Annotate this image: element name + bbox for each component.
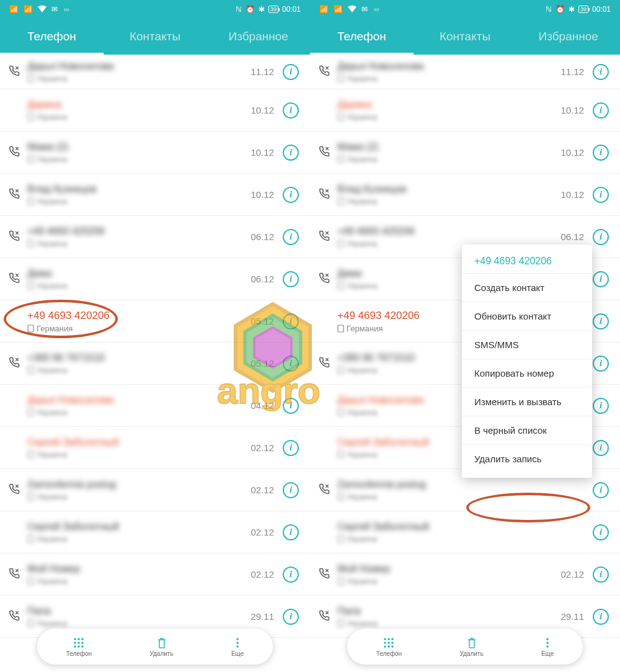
info-button[interactable]: i [283,482,299,498]
signal2-icon: 📶 [24,5,33,14]
call-item[interactable]: Дарья Новоселова Украина04.12i [0,385,310,427]
wifi-icon [348,5,356,14]
call-item[interactable]: +49 4693 420206 Украина06.12i [0,216,310,258]
call-item[interactable]: Zamovlennia poslug Украина02.12i [0,469,310,511]
call-date: 11.12 [250,66,274,77]
tab-phone[interactable]: Телефон [0,20,104,53]
svg-rect-16 [28,578,33,585]
battery-icon: 39 [578,6,588,13]
call-item[interactable]: Дарья Новоселова Украина11.12i [310,55,620,89]
info-button[interactable]: i [283,398,299,414]
svg-point-19 [78,638,81,640]
bluetooth-icon: ✱ [569,5,575,14]
call-list[interactable]: Дарья Новоселова Украина11.12iДарина Укр… [0,55,310,638]
info-button[interactable]: i [593,145,609,161]
info-button[interactable]: i [283,145,299,161]
call-type-icon [9,357,22,370]
call-item[interactable]: Сергей Заболотный Украина02.12i [0,427,310,469]
call-sub: Украина [337,576,560,586]
more-button[interactable]: Еще [231,637,244,657]
menu-sms-mms[interactable]: SMS/MMS [462,330,592,359]
info-button[interactable]: i [593,524,609,540]
info-button[interactable]: i [593,271,609,287]
tab-contacts[interactable]: Контакты [414,20,517,53]
menu-update-contact[interactable]: Обновить контакт [462,302,592,330]
menu-delete-record[interactable]: Удалить запись [462,444,592,473]
call-item[interactable]: +380 96 7671510 Украина05.12i [0,343,310,385]
call-info: Сергей Заболотный Украина [27,521,250,544]
tab-phone[interactable]: Телефон [310,20,414,53]
tab-favorites[interactable]: Избранное [206,20,310,53]
info-button[interactable]: i [593,64,609,80]
info-button[interactable]: i [593,482,609,498]
call-info: Сергей Заболотный Украина [337,521,584,544]
info-button[interactable]: i [283,64,299,80]
call-item[interactable]: Дарина Украина10.12i [310,89,620,132]
dialpad-button[interactable]: Телефон [376,637,402,657]
call-item[interactable]: Мой Номер Украина02.12i [310,553,620,596]
call-item[interactable]: Влад Кузнецов Украина10.12i [0,174,310,216]
call-item[interactable]: Влад Кузнецов Украина10.12i [310,174,620,216]
sim-icon: ▭ [373,5,380,14]
svg-rect-35 [338,282,343,289]
info-button[interactable]: i [593,398,609,414]
tab-contacts[interactable]: Контакты [104,20,207,53]
svg-point-55 [546,645,549,648]
bottom-bar: Телефон Удалить Еще [347,629,583,665]
call-item[interactable]: Сергей Заболотный Украина02.12i [0,511,310,553]
info-button[interactable]: i [283,440,299,456]
trash-icon [156,637,168,649]
info-button[interactable]: i [283,102,299,119]
call-info: Папа Украина [27,606,250,628]
call-item[interactable]: Сергей Заболотный Украинаi [310,511,620,553]
call-item[interactable]: Мама (2) Украина10.12i [310,132,620,174]
call-sub: Украина [27,619,250,628]
call-name: Дима [27,268,250,279]
menu-copy-number[interactable]: Копировать номер [462,359,592,387]
svg-rect-37 [338,367,343,374]
info-button[interactable]: i [593,567,609,583]
call-item[interactable]: Дарина Украина10.12i [0,89,310,132]
menu-edit-call[interactable]: Изменить и вызвать [462,387,592,416]
info-button[interactable]: i [283,609,299,625]
tab-bar: Телефон Контакты Избранное [310,19,620,55]
call-info: +49 4693 420206 Германия [27,310,250,333]
call-item[interactable]: Дима Украина06.12i [0,258,310,300]
menu-create-contact[interactable]: Создать контакт [462,273,592,302]
call-item[interactable]: Дарья Новоселова Украина11.12i [0,55,310,89]
info-button[interactable]: i [593,102,609,119]
call-name: Zamovlennia poslug [27,479,250,490]
call-item[interactable]: Мама (2) Украина10.12i [0,132,310,174]
status-bar: 📶 📶 ✉ ▭ ℕ ⏰ ✱ 39 00:01 [0,0,310,19]
delete-button[interactable]: Удалить [459,637,483,657]
info-button[interactable]: i [593,440,609,456]
svg-rect-31 [338,114,343,120]
tab-favorites[interactable]: Избранное [516,20,620,53]
info-button[interactable]: i [283,524,299,540]
call-item[interactable]: Мой Номер Украина02.12i [0,553,310,596]
info-button[interactable]: i [593,229,609,245]
call-sub: Украина [27,576,250,586]
info-button[interactable]: i [593,609,609,625]
more-button[interactable]: Еще [541,637,554,657]
info-button[interactable]: i [593,356,609,372]
call-name: Мама (2) [337,141,560,153]
dialpad-icon [383,637,395,649]
sim-icon: ▭ [63,5,70,14]
info-button[interactable]: i [283,567,299,583]
info-button[interactable]: i [593,187,609,203]
menu-blacklist[interactable]: В черный список [462,416,592,444]
info-button[interactable]: i [283,356,299,372]
info-button[interactable]: i [593,313,609,329]
alarm-icon: ⏰ [246,5,255,14]
call-item[interactable]: +49 4693 420206 Германия05.12i [0,300,310,343]
dialpad-button[interactable]: Телефон [66,637,92,657]
info-button[interactable]: i [283,313,299,329]
call-type-icon [9,568,22,581]
svg-rect-15 [28,535,33,542]
delete-button[interactable]: Удалить [149,637,173,657]
info-button[interactable]: i [283,229,299,245]
call-type-icon [319,568,332,581]
info-button[interactable]: i [283,187,299,203]
info-button[interactable]: i [283,271,299,287]
